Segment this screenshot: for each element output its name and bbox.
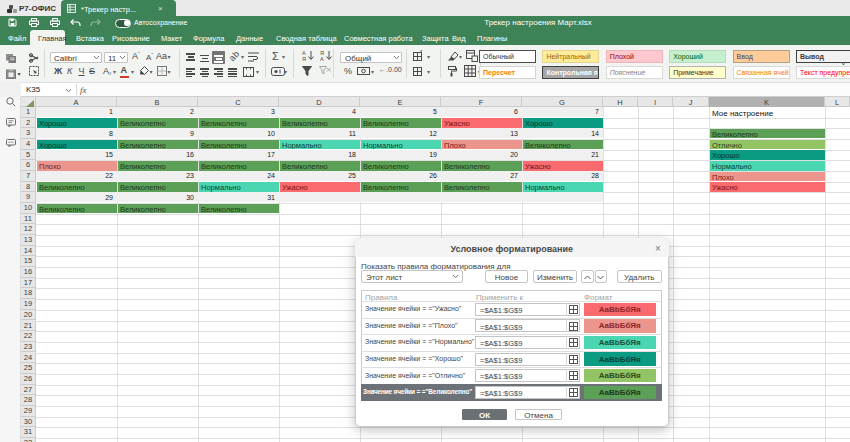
svg-text:*: * xyxy=(420,50,423,55)
svg-text:А: А xyxy=(320,56,324,61)
svg-text:-: - xyxy=(420,65,422,70)
svg-text:Я: Я xyxy=(302,56,306,61)
